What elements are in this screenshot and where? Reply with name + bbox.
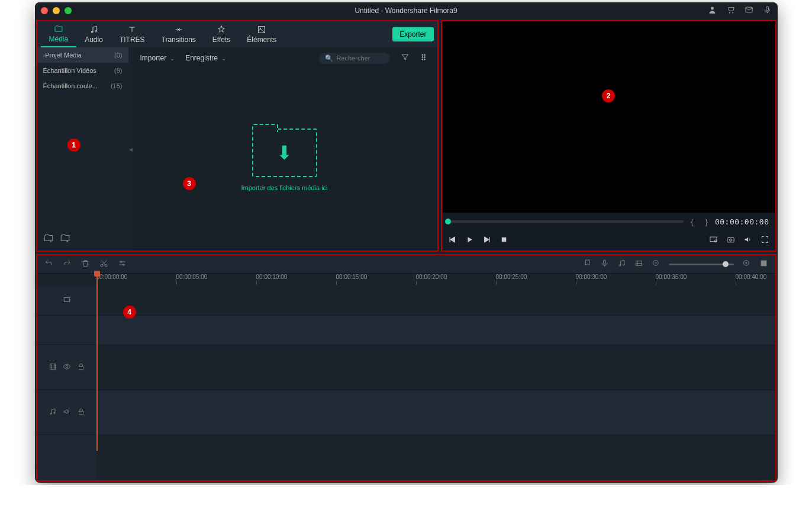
delete-icon[interactable] [81,259,90,270]
zoom-light[interactable] [65,7,72,14]
svg-rect-24 [603,259,605,264]
sidebar-item-project-media[interactable]: ›Projet Média (0) [37,47,128,63]
add-track-icon[interactable] [63,296,71,306]
ruler-tick: 00:00:05:00 [176,274,208,285]
volume-icon[interactable] [743,235,752,246]
svg-rect-16 [710,237,716,242]
svg-rect-31 [763,261,765,266]
timeline-ruler[interactable]: 00:00:00:0000:00:05:0000:00:10:0000:00:1… [37,273,775,286]
zoom-slider[interactable] [669,264,734,265]
chevron-down-icon: ⌄ [170,55,175,62]
svg-point-11 [421,57,423,58]
record-label: Enregistre [185,54,218,62]
titlebar: Untitled - Wondershare Filmora9 [35,2,778,19]
svg-rect-34 [50,364,55,369]
minimize-light[interactable] [53,7,60,14]
audio-mixer-icon[interactable] [617,259,626,270]
step-forward-icon[interactable] [482,235,491,246]
stop-icon[interactable] [500,235,508,246]
render-icon[interactable] [634,259,643,270]
export-button[interactable]: Exporter [392,27,433,41]
track-head[interactable] [37,435,96,480]
search-field[interactable] [337,54,384,62]
tab-label: TITRES [120,36,145,44]
playhead[interactable] [96,273,98,451]
view-icon[interactable] [420,53,429,63]
record-dropdown[interactable]: Enregistre ⌄ [185,54,226,62]
lock-icon[interactable] [77,407,85,418]
timeline-view-icon[interactable] [759,259,768,270]
cart-icon[interactable] [726,5,735,16]
ruler-tick: 00:00:25:00 [496,274,527,285]
sidebar-item-sample-videos[interactable]: Échantillon Vidéos (9) [37,63,128,78]
marker-icon[interactable] [583,259,592,270]
cut-icon[interactable] [99,259,108,270]
track-head[interactable] [37,390,96,435]
sidebar-item-label: Projet Média [45,52,82,59]
svg-point-37 [50,413,51,414]
track-head[interactable] [37,316,96,345]
mark-in-icon[interactable]: { [686,217,698,226]
svg-point-0 [711,7,714,10]
track-body[interactable] [96,286,775,315]
mark-out-icon[interactable]: } [701,217,713,226]
redo-icon[interactable] [63,259,72,270]
tab-media[interactable]: Média [41,21,77,47]
preview-scrubber[interactable] [448,220,684,223]
zoom-slider-handle[interactable] [723,261,729,267]
tab-audio[interactable]: Audio [76,21,111,47]
ruler-tick: 00:00:20:00 [416,274,447,285]
svg-rect-32 [765,261,766,266]
step-back-icon[interactable] [448,235,457,246]
sidebar-item-sample-colors[interactable]: Échantillon coule... (15) [37,78,128,94]
svg-rect-39 [79,411,83,414]
add-folder-icon[interactable] [43,233,54,246]
tab-effects[interactable]: Effets [204,21,239,47]
tab-elements[interactable]: Éléments [239,21,285,47]
filter-icon[interactable] [401,53,410,63]
import-dropdown[interactable]: Importer ⌄ [140,54,175,62]
search-input[interactable]: 🔍 [319,53,390,64]
annotation-badge-2: 2 [602,89,615,102]
close-light[interactable] [41,7,48,14]
lock-icon[interactable] [77,362,85,373]
media-dropzone[interactable]: ⬇ Importer des fichiers média ici [132,69,437,251]
snapshot-icon[interactable] [726,235,735,246]
user-icon[interactable] [708,5,717,16]
zoom-out-icon[interactable] [652,259,660,270]
adjust-icon[interactable] [118,259,127,270]
search-icon: 🔍 [325,54,333,62]
svg-rect-15 [501,237,506,242]
tab-titles[interactable]: TITRES [111,21,153,47]
dropzone-folder-icon: ⬇ [252,129,317,177]
eye-icon[interactable] [63,362,71,373]
fullscreen-icon[interactable] [761,235,769,246]
track-body[interactable] [96,316,775,345]
scrubber-handle[interactable] [445,219,451,224]
remove-folder-icon[interactable] [60,233,70,246]
svg-point-35 [66,365,68,368]
display-settings-icon[interactable] [709,235,718,246]
track-body[interactable] [96,390,775,435]
window-title: Untitled - Wondershare Filmora9 [355,7,457,15]
zoom-in-icon[interactable] [742,259,751,270]
track-head[interactable] [37,286,96,315]
undo-icon[interactable] [44,259,53,270]
speaker-icon[interactable] [63,407,71,418]
sidebar-item-label: Échantillon coule... [43,82,98,89]
track-head[interactable] [37,345,96,390]
sidebar-item-count: (9) [114,67,122,74]
voiceover-icon[interactable] [600,259,609,270]
message-icon[interactable] [745,5,753,16]
svg-point-26 [623,264,624,265]
svg-point-25 [619,265,621,267]
tab-transitions[interactable]: Transitions [153,21,204,47]
play-icon[interactable] [465,235,474,246]
track-body[interactable] [96,435,775,480]
track-body[interactable] [96,345,775,390]
sidebar-item-count: (15) [111,82,123,89]
mic-icon[interactable] [763,5,772,16]
preview-viewport[interactable] [442,21,775,213]
media-panel: 1 3 Média Audio TITRES Transitio [36,20,439,252]
annotation-badge-4: 4 [123,306,136,319]
